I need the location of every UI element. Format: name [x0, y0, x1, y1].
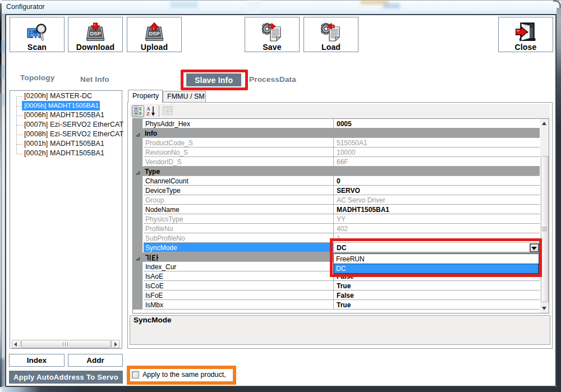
svg-text:DSP: DSP — [90, 30, 101, 36]
svg-text:Z: Z — [146, 111, 150, 117]
svg-text:DSP: DSP — [149, 30, 160, 36]
